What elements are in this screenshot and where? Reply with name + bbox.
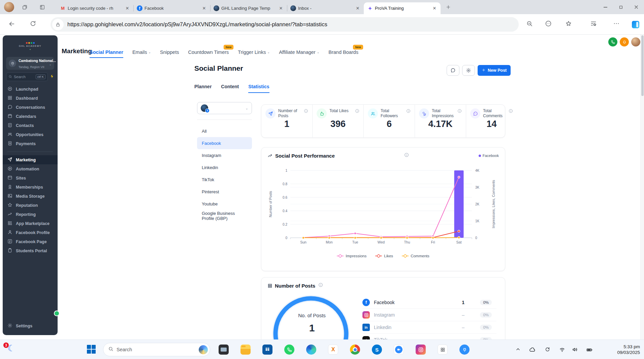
filter-tiktok[interactable]: TikTok [197, 173, 252, 186]
sidebar-item-opportunities[interactable]: Opportunities [3, 130, 58, 139]
sidebar-item-facebook-profile[interactable]: Facebook Profile [3, 228, 58, 237]
back-icon[interactable] [8, 20, 15, 29]
taskbar-app-explorer-icon[interactable] [240, 344, 251, 355]
quick-actions-bolt-icon[interactable] [50, 74, 54, 80]
sidebar-item-launchpad[interactable]: Launchpad [3, 85, 58, 94]
sidebar-item-sites[interactable]: Sites [3, 173, 58, 183]
onedrive-cloud-icon[interactable] [529, 347, 536, 353]
info-icon[interactable] [304, 108, 308, 119]
browser-tab-inbox[interactable]: Inbox -✕ [287, 2, 364, 14]
tab-close-icon[interactable]: ✕ [431, 5, 438, 12]
sidebar-item-settings[interactable]: Settings [3, 321, 58, 330]
filter-all[interactable]: All [197, 125, 252, 137]
filter-youtube[interactable]: Youtube [197, 198, 252, 210]
browser-tab-ghl-landing-page-temp[interactable]: GHL Landing Page Temp✕ [210, 2, 287, 14]
start-button[interactable] [87, 345, 96, 354]
location-switcher[interactable]: Cambatong National... Tandag, Region VII… [6, 57, 54, 70]
legend-item-comments[interactable]: Comments [402, 254, 429, 258]
taskbar-app-store-icon[interactable] [262, 344, 273, 355]
sidebar-item-reputation[interactable]: Reputation [3, 201, 58, 210]
more-tools-icon[interactable] [545, 20, 552, 28]
nav-item-snippets[interactable]: Snippets [160, 50, 179, 58]
browser-tab-prova-training[interactable]: ✦ProVA Training✕ [364, 2, 441, 14]
sidebar-item-calendars[interactable]: Calendars [3, 112, 58, 121]
weather-widget[interactable]: ☾ 3 [5, 343, 18, 356]
taskbar-search-input[interactable]: Search [103, 343, 210, 356]
taskbar-app-skype-icon[interactable]: S [372, 344, 382, 355]
lock-icon[interactable] [52, 19, 64, 30]
favorite-star-icon[interactable] [565, 20, 572, 28]
legend-item-impressions[interactable]: Impressions [337, 254, 366, 258]
scrollbar-track[interactable] [640, 35, 644, 339]
zoom-out-icon[interactable] [526, 20, 533, 28]
sidebar-item-dashboard[interactable]: Dashboard [3, 94, 58, 103]
taskbar-app-xapp-icon[interactable]: X [328, 344, 339, 355]
refresh-icon[interactable] [30, 20, 36, 28]
notifications-bell-icon[interactable] [620, 37, 629, 46]
tab-close-icon[interactable]: ✕ [124, 5, 131, 12]
scrollbar-thumb[interactable] [641, 35, 644, 96]
user-avatar[interactable] [631, 37, 640, 46]
nav-item-affiliate-manager[interactable]: Affiliate Manager⌄ [279, 50, 319, 58]
phone-icon[interactable] [608, 37, 617, 46]
tray-expand-chevron-icon[interactable] [515, 347, 521, 352]
filter-linkedin[interactable]: Linkedin [197, 161, 252, 173]
taskbar-app-edge-icon[interactable] [306, 344, 317, 355]
filter-facebook[interactable]: Facebook [197, 137, 252, 149]
battery-icon[interactable] [586, 347, 593, 353]
filter-pinterest[interactable]: Pinterest [197, 186, 252, 198]
taskbar-app-whatsapp-icon[interactable] [284, 344, 295, 355]
volume-icon[interactable] [572, 347, 578, 353]
sidebar-item-media-storage[interactable]: Media Storage [3, 192, 58, 201]
sidebar-item-marketing[interactable]: Marketing [3, 155, 58, 164]
sidebar-item-memberships[interactable]: Memberships [3, 183, 58, 192]
new-post-button[interactable]: New Post [478, 65, 511, 76]
vertical-tabs-icon[interactable] [36, 0, 48, 14]
tab-close-icon[interactable]: ✕ [354, 5, 361, 12]
new-tab-button[interactable] [443, 1, 454, 13]
taskbar-app-instagram-icon[interactable] [415, 344, 426, 355]
nav-item-emails[interactable]: Emails⌄ [132, 50, 151, 58]
browser-menu-icon[interactable] [613, 20, 620, 28]
taskbar-app-zoom-icon[interactable] [393, 344, 404, 355]
info-icon[interactable] [509, 108, 513, 119]
sidebar-search-input[interactable]: Search ctrl K [6, 72, 48, 81]
nav-item-countdown-timers[interactable]: Countdown TimersNew [188, 50, 229, 58]
browser-tab-login-security-code-rh[interactable]: MLogin security code - rh✕ [57, 2, 133, 14]
close-window-button[interactable] [629, 0, 644, 14]
info-icon[interactable] [355, 108, 359, 119]
wifi-icon[interactable] [559, 347, 565, 353]
taskbar-clock[interactable]: 5:33 pm 09/03/2025 [617, 344, 640, 356]
profile-select[interactable]: ⌄ [197, 102, 252, 114]
nav-item-trigger-links[interactable]: Trigger Links⌄ [238, 50, 270, 58]
taskbar-app-plugin-icon[interactable] [459, 344, 470, 355]
tab-close-icon[interactable]: ✕ [278, 5, 284, 12]
taskbar-app-laptop-icon[interactable] [218, 344, 229, 355]
sync-icon[interactable] [545, 347, 550, 352]
taskbar-app-calculator-icon[interactable] [437, 344, 448, 355]
browser-sidebar-icon[interactable] [632, 21, 639, 28]
favorites-bar-icon[interactable] [590, 20, 597, 28]
sidebar-item-app-marketplace[interactable]: App Marketplace [3, 219, 58, 228]
sidebar-item-payments[interactable]: Payments [3, 139, 58, 148]
sidebar-item-contacts[interactable]: Contacts [3, 121, 58, 130]
tab-groups-icon[interactable] [19, 0, 30, 14]
feedback-chat-button[interactable] [447, 65, 459, 76]
sidebar-item-students-portal[interactable]: Students Portal [3, 246, 58, 255]
sidebar-item-facebook-page[interactable]: Facebook Page [3, 237, 58, 246]
info-icon[interactable] [318, 283, 323, 289]
sidebar-item-automation[interactable]: Automation [3, 164, 58, 173]
legend-item-likes[interactable]: Likes [375, 254, 393, 258]
tab-content[interactable]: Content [221, 84, 239, 93]
url-input[interactable]: https://app.gohighlevel.com/v2/location/… [51, 17, 519, 32]
nav-item-brand-boards[interactable]: Brand BoardsNew [328, 50, 358, 58]
taskbar-app-chrome-icon[interactable] [350, 344, 360, 355]
sidebar-item-conversations[interactable]: Conversations [3, 103, 58, 112]
planner-settings-button[interactable] [462, 65, 475, 76]
filter-google-business-profile-gbp[interactable]: Google Business Profile (GBP) [197, 210, 252, 222]
filter-instagram[interactable]: Instagram [197, 149, 252, 161]
nav-item-social-planner[interactable]: Social Planner [90, 50, 123, 58]
sidebar-item-reporting[interactable]: Reporting [3, 210, 58, 219]
minimize-button[interactable] [598, 0, 613, 14]
maximize-button[interactable] [613, 0, 629, 14]
